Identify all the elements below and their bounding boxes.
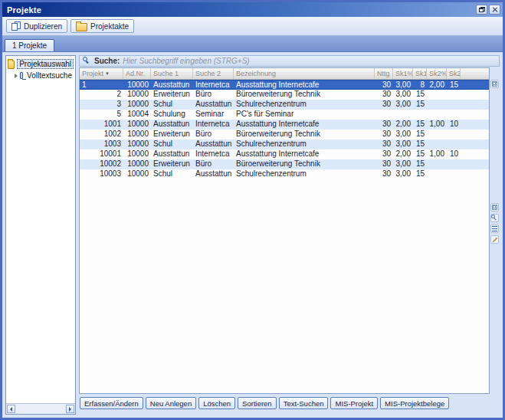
monitor-icon — [20, 72, 23, 79]
cell: 3,00 — [393, 80, 413, 89]
text-suchen-button[interactable]: Text-Suchen — [279, 397, 329, 409]
cell-filler — [461, 90, 489, 100]
column-header-7[interactable]: Sk1 — [413, 68, 427, 79]
projekte-window: Projekte Duplizieren Projektakte 1 Proje… — [0, 0, 505, 420]
mis-projektbelege-button[interactable]: MIS-Projektbelege — [380, 397, 449, 409]
loeschen-button[interactable]: Löschen — [198, 397, 235, 409]
erfassen-aendern-button[interactable]: Erfassen/Ändern — [80, 397, 143, 409]
cell: Ausstattung Internetcafe — [234, 149, 375, 159]
cell: 3,00 — [393, 159, 413, 169]
cell: 30 — [375, 149, 393, 159]
cell — [427, 90, 447, 100]
tab-projekte[interactable]: 1 Projekte — [5, 39, 54, 51]
cell-filler — [461, 159, 489, 169]
zoom-icon[interactable] — [490, 214, 499, 222]
table-row[interactable]: 1000110000AusstattunInternetcaAusstattun… — [80, 149, 489, 159]
tree-item-label: Volltextsuche — [25, 71, 74, 80]
cell: Ausstattun — [193, 139, 234, 149]
scroll-left-button[interactable] — [7, 405, 15, 413]
edit-icon[interactable] — [490, 235, 499, 244]
table-row[interactable]: 510004SchulungSeminarPC's für Seminar — [80, 110, 489, 120]
cell: 10000 — [123, 149, 151, 159]
table-row[interactable]: 310000SchulAusstattunSchulrechenzentrum3… — [80, 100, 489, 110]
duplizieren-button[interactable]: Duplizieren — [6, 19, 67, 33]
neu-anlegen-button[interactable]: Neu Anlegen — [146, 397, 196, 409]
arrow-left-icon — [10, 407, 12, 412]
cell: 1002 — [80, 130, 123, 139]
cell: 15 — [413, 100, 427, 110]
cell: Büroerweiterung Technik — [234, 159, 375, 169]
column-header-5[interactable]: Nttg — [375, 68, 393, 79]
cell: Schulrechenzentrum — [234, 100, 375, 110]
cell: Schul — [151, 100, 193, 110]
tree-item-projektauswahl[interactable]: Projektauswahl — [8, 58, 74, 70]
cell: 3,00 — [393, 139, 413, 149]
column-header-9[interactable]: Sk2 — [447, 68, 461, 79]
search-bar[interactable]: Suche: Hier Suchbegriff eingeben (STRG+S… — [79, 55, 500, 67]
sortieren-button[interactable]: Sortieren — [238, 397, 277, 409]
close-icon — [492, 7, 498, 13]
cell: 10004 — [123, 110, 151, 120]
column-header-0[interactable]: Projekt▼ — [80, 68, 123, 79]
cell — [447, 169, 461, 179]
table-row[interactable]: 100110000AusstattunInternetcaAusstattung… — [80, 120, 489, 130]
expand-arrow-icon[interactable] — [15, 74, 18, 78]
cell: 10000 — [123, 169, 151, 179]
cell: 3,00 — [393, 90, 413, 100]
cell: 30 — [375, 80, 393, 89]
column-header-8[interactable]: Sk2% — [427, 68, 447, 79]
cell: 15 — [413, 149, 427, 159]
restore-button[interactable] — [476, 5, 487, 15]
horizontal-scrollbar[interactable] — [6, 403, 75, 414]
cell: 10000 — [123, 120, 151, 130]
cell: 2,00 — [393, 120, 413, 130]
cell: Erweiterun — [151, 130, 193, 139]
cell: 10000 — [123, 80, 151, 89]
pencil-glyph — [492, 237, 497, 242]
mis-projekt-button[interactable]: MIS-Projekt — [330, 397, 378, 409]
close-button[interactable] — [489, 5, 500, 15]
cell: Erweiterun — [151, 90, 193, 100]
tree-item-volltextsuche[interactable]: Volltextsuche — [8, 70, 74, 81]
column-header-1[interactable]: Ad.Nr. — [123, 68, 151, 79]
cell: Ausstattun — [193, 100, 234, 110]
cell: 1001 — [80, 120, 123, 130]
list-icon[interactable] — [490, 225, 499, 233]
scroll-right-button[interactable] — [66, 405, 74, 413]
table-view-icon[interactable] — [490, 203, 499, 212]
column-header-filler — [461, 68, 489, 79]
cell: 10 — [447, 120, 461, 130]
table-row[interactable]: 1000310000SchulAusstattunSchulrechenzent… — [80, 169, 489, 179]
column-header-3[interactable]: Suche 2 — [193, 68, 234, 79]
table-row[interactable]: 100310000SchulAusstattunSchulrechenzentr… — [80, 139, 489, 149]
cell-filler — [461, 120, 489, 130]
cell: 2,00 — [427, 80, 447, 89]
grid-area: Projekt▼Ad.Nr.Suche 1Suche 2BezeichnungN… — [79, 67, 500, 394]
cell: 10 — [447, 149, 461, 159]
cell-filler — [461, 110, 489, 120]
cell: Schulrechenzentrum — [234, 139, 375, 149]
cell — [447, 110, 461, 120]
search-placeholder: Hier Suchbegriff eingeben (STRG+S) — [123, 57, 249, 65]
table-row[interactable]: 100210000ErweiterunBüroBüroerweiterung T… — [80, 130, 489, 139]
column-config-icon[interactable] — [490, 80, 499, 88]
cell: 10000 — [123, 100, 151, 110]
cell: Ausstattun — [151, 80, 193, 89]
cell-filler — [461, 100, 489, 110]
titlebar[interactable]: Projekte — [2, 2, 503, 17]
column-header-6[interactable]: Sk1% — [393, 68, 413, 79]
projektakte-button[interactable]: Projektakte — [71, 19, 134, 33]
table-row[interactable]: 210000ErweiterunBüroBüroerweiterung Tech… — [80, 90, 489, 100]
column-header-4[interactable]: Bezeichnung — [234, 68, 375, 79]
sort-desc-icon: ▼ — [105, 71, 110, 76]
cell: 15 — [413, 139, 427, 149]
cell: Internetca — [193, 80, 234, 89]
cell: 15 — [413, 169, 427, 179]
cell: 8 — [413, 80, 427, 89]
cell: 10000 — [123, 130, 151, 139]
column-header-2[interactable]: Suche 1 — [151, 68, 193, 79]
table-row[interactable]: 110000AusstattunInternetcaAusstattung In… — [80, 80, 489, 90]
cell: 30 — [375, 100, 393, 110]
table-header: Projekt▼Ad.Nr.Suche 1Suche 2BezeichnungN… — [80, 68, 489, 80]
table-row[interactable]: 1000210000ErweiterunBüroBüroerweiterung … — [80, 159, 489, 169]
